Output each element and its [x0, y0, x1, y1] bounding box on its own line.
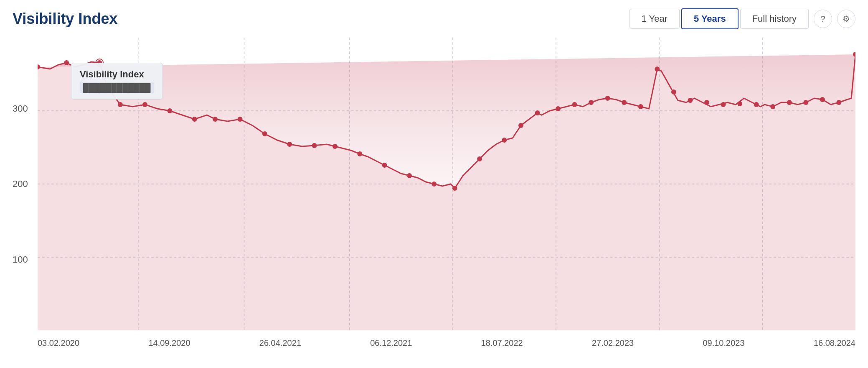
svg-point-23: [357, 151, 362, 156]
svg-point-37: [638, 104, 643, 109]
svg-point-15: [168, 108, 173, 113]
svg-point-42: [721, 102, 726, 107]
svg-point-20: [287, 142, 292, 147]
svg-point-44: [754, 102, 759, 107]
x-label-1: 14.09.2020: [148, 338, 190, 348]
svg-point-22: [332, 144, 338, 149]
svg-point-36: [622, 100, 627, 105]
help-button[interactable]: ?: [814, 10, 832, 28]
y-label-300: 300: [13, 104, 28, 113]
svg-point-14: [142, 102, 147, 107]
x-label-4: 18.07.2022: [481, 338, 523, 348]
svg-point-32: [556, 106, 561, 111]
svg-point-18: [238, 117, 243, 122]
chart-tooltip: Visibility Index ████████████: [71, 63, 163, 100]
x-label-3: 06.12.2021: [370, 338, 412, 348]
svg-point-16: [192, 117, 197, 122]
svg-point-49: [837, 100, 842, 105]
y-axis: 300 200 100: [13, 38, 38, 330]
btn-fullhistory[interactable]: Full history: [740, 9, 809, 29]
svg-point-38: [655, 66, 660, 72]
x-label-6: 09.10.2023: [703, 338, 744, 348]
svg-point-26: [431, 181, 437, 187]
svg-point-11: [64, 60, 69, 65]
svg-point-25: [407, 173, 412, 178]
svg-point-34: [589, 100, 594, 105]
svg-point-29: [502, 138, 507, 143]
svg-point-19: [262, 131, 267, 136]
svg-point-30: [518, 123, 523, 128]
y-label-200: 200: [13, 179, 28, 189]
btn-1year[interactable]: 1 Year: [629, 9, 680, 29]
header: Visibility Index 1 Year 5 Years Full his…: [13, 8, 855, 29]
x-axis: 03.02.2020 14.09.2020 26.04.2021 06.12.2…: [38, 330, 855, 355]
svg-point-33: [572, 102, 577, 107]
btn-5years[interactable]: 5 Years: [681, 8, 739, 29]
svg-point-46: [787, 100, 792, 105]
chart-svg-container: Visibility Index ████████████: [38, 38, 855, 330]
x-label-7: 16.08.2024: [814, 338, 855, 348]
svg-point-13: [118, 102, 123, 107]
svg-point-35: [605, 96, 610, 101]
svg-point-41: [704, 100, 709, 105]
x-label-5: 27.02.2023: [592, 338, 634, 348]
svg-point-24: [382, 163, 387, 168]
x-label-0: 03.02.2020: [38, 338, 79, 348]
svg-point-28: [477, 156, 482, 161]
time-controls: 1 Year 5 Years Full history ? ⚙: [629, 8, 855, 29]
svg-point-48: [820, 97, 825, 102]
svg-point-17: [213, 117, 218, 122]
settings-button[interactable]: ⚙: [837, 10, 855, 28]
page-container: Visibility Index 1 Year 5 Years Full his…: [0, 0, 868, 368]
y-label-100: 100: [13, 255, 28, 264]
svg-point-39: [671, 89, 676, 95]
svg-point-21: [312, 143, 317, 148]
svg-point-40: [688, 98, 693, 103]
tooltip-title: Visibility Index: [80, 69, 154, 80]
x-label-2: 26.04.2021: [259, 338, 301, 348]
page-title: Visibility Index: [13, 10, 117, 28]
svg-point-47: [803, 100, 808, 105]
svg-point-27: [452, 186, 457, 191]
svg-point-43: [737, 101, 742, 106]
svg-point-31: [535, 110, 540, 115]
tooltip-value: ████████████: [80, 82, 154, 93]
svg-point-45: [770, 104, 775, 109]
chart-area: 300 200 100: [13, 38, 855, 355]
